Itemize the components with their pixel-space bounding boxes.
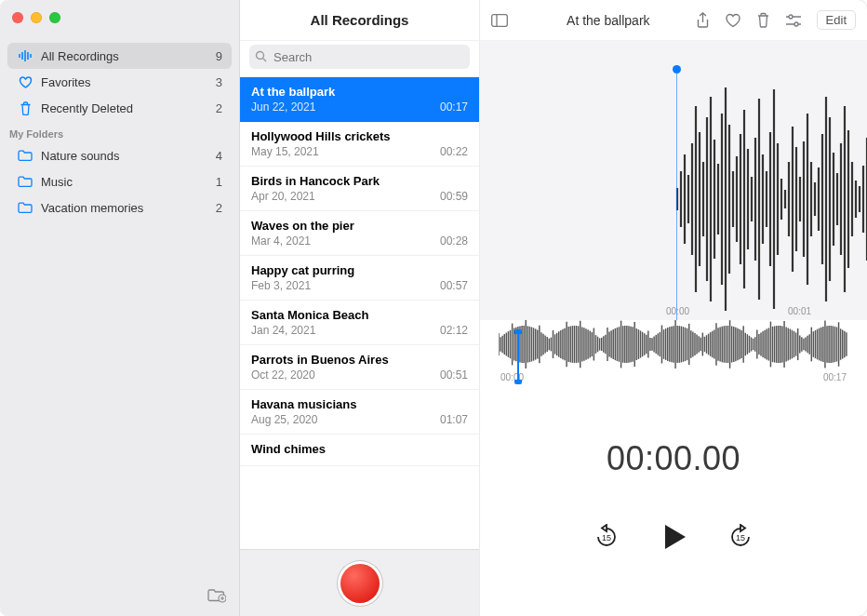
folder-icon — [17, 199, 33, 216]
sidebar-item-count: 3 — [216, 75, 222, 89]
detail-pane: At the ballpark Edit — [480, 0, 867, 616]
recording-item[interactable]: Santa Monica BeachJan 24, 202102:12 — [240, 301, 479, 345]
recording-item-date: Feb 3, 2021 — [251, 279, 311, 292]
sidebar-item[interactable]: Nature sounds4 — [7, 142, 232, 168]
recording-item-duration: 00:22 — [440, 145, 468, 158]
minimize-window-button[interactable] — [31, 12, 42, 23]
sidebar-item[interactable]: Vacation memories2 — [7, 194, 232, 221]
zoom-tick: 00:01 — [788, 306, 811, 316]
recording-item[interactable]: Happy cat purringFeb 3, 202100:57 — [240, 256, 479, 301]
recording-item[interactable]: Birds in Hancock ParkApr 20, 202100:59 — [240, 167, 479, 211]
playhead-mini[interactable] — [517, 331, 519, 382]
my-folders-heading: My Folders — [0, 121, 239, 142]
recordings-list: At the ballparkJun 22, 202100:17Hollywoo… — [240, 77, 479, 549]
recording-item-title: Birds in Hancock Park — [251, 174, 468, 188]
sidebar-item[interactable]: Favorites3 — [7, 69, 232, 95]
toggle-sidebar-icon[interactable] — [491, 14, 508, 27]
search-input[interactable] — [249, 45, 470, 69]
sidebar-item[interactable]: All Recordings9 — [7, 43, 232, 69]
overview-time-ruler: 00:00 00:17 — [499, 372, 848, 382]
recordings-column: All Recordings At the ballparkJun 22, 20… — [240, 0, 480, 616]
recording-item-title: Wind chimes — [251, 442, 468, 456]
recording-item[interactable]: Havana musiciansAug 25, 202001:07 — [240, 390, 479, 435]
sidebar-item-count: 2 — [216, 101, 222, 115]
sidebar-item-count: 9 — [216, 49, 222, 63]
sidebar-item-label: Nature sounds — [41, 149, 216, 163]
recording-item[interactable]: Parrots in Buenos AiresOct 22, 202000:51 — [240, 345, 479, 390]
recording-item[interactable]: Wind chimes — [240, 435, 479, 466]
recording-item[interactable]: Waves on the pierMar 4, 202100:28 — [240, 211, 479, 256]
recording-item-duration: 01:07 — [440, 413, 468, 426]
play-button[interactable] — [658, 521, 689, 553]
svg-point-13 — [794, 22, 798, 26]
waveform-overview[interactable]: 00:00 00:17 — [499, 320, 848, 413]
playback-controls: 15 15 — [480, 521, 867, 553]
skip-forward-button[interactable]: 15 — [728, 524, 753, 550]
heart-icon — [17, 74, 33, 90]
sidebar-item-label: Vacation memories — [41, 201, 216, 215]
toolbar: At the ballpark Edit — [480, 0, 867, 41]
svg-text:15: 15 — [602, 533, 611, 542]
sidebar-item-count: 2 — [216, 201, 222, 215]
skip-back-button[interactable]: 15 — [594, 524, 619, 550]
options-icon[interactable] — [785, 14, 802, 27]
recording-item-title: Happy cat purring — [251, 263, 468, 277]
recording-title: At the ballpark — [521, 13, 696, 28]
playhead[interactable] — [675, 65, 677, 320]
recording-item[interactable]: Hollywood Hills cricketsMay 15, 202100:2… — [240, 122, 479, 167]
recording-item-date: Jun 22, 2021 — [251, 100, 315, 114]
recording-item-duration: 02:12 — [440, 324, 468, 337]
trash-icon — [17, 100, 33, 116]
sidebar-item[interactable]: Music1 — [7, 168, 232, 194]
close-window-button[interactable] — [12, 12, 23, 23]
recording-item-duration: 00:51 — [440, 368, 468, 382]
zoom-tick: 00:00 — [666, 306, 689, 316]
waveform-zoom-graphic — [666, 69, 867, 320]
sidebar-item[interactable]: Recently Deleted2 — [7, 95, 232, 121]
sidebar-item-label: All Recordings — [41, 49, 216, 63]
recording-item-date: Oct 22, 2020 — [251, 368, 315, 382]
sidebar: All Recordings9Favorites3Recently Delete… — [0, 0, 240, 616]
svg-point-11 — [789, 15, 793, 19]
sidebar-item-label: Recently Deleted — [41, 101, 216, 115]
zoom-time-ruler: 00:00 00:01 00:02 — [666, 306, 867, 316]
favorite-icon[interactable] — [725, 13, 741, 28]
recording-item-title: Santa Monica Beach — [251, 308, 468, 322]
sidebar-item-label: Music — [41, 175, 216, 189]
share-icon[interactable] — [696, 12, 710, 29]
folder-icon — [17, 173, 33, 190]
waveform-overview-graphic — [499, 320, 848, 368]
recording-item-title: Hollywood Hills crickets — [251, 129, 468, 143]
record-button[interactable] — [340, 564, 380, 603]
zoom-window-button[interactable] — [49, 12, 60, 23]
svg-text:15: 15 — [736, 533, 745, 542]
new-folder-icon[interactable] — [207, 588, 226, 607]
sidebar-item-count: 1 — [216, 175, 222, 189]
recording-item-title: Parrots in Buenos Aires — [251, 353, 468, 367]
window-controls — [12, 12, 60, 23]
recording-item-duration: 00:57 — [440, 279, 468, 292]
recording-item-title: At the ballpark — [251, 85, 468, 99]
delete-icon[interactable] — [756, 12, 770, 28]
wave-icon — [17, 47, 33, 64]
edit-button[interactable]: Edit — [817, 10, 856, 30]
recording-item[interactable]: At the ballparkJun 22, 202100:17 — [240, 77, 479, 122]
overview-end: 00:17 — [823, 372, 847, 382]
recording-item-date: Aug 25, 2020 — [251, 413, 317, 426]
svg-rect-8 — [492, 14, 508, 26]
recording-item-date: Mar 4, 2021 — [251, 234, 311, 248]
sidebar-footer — [0, 579, 239, 616]
recording-item-title: Havana musicians — [251, 397, 468, 411]
recording-item-date: Jan 24, 2021 — [251, 324, 315, 337]
record-footer — [240, 549, 479, 616]
app-window: All Recordings9Favorites3Recently Delete… — [0, 0, 867, 616]
sidebar-item-label: Favorites — [41, 75, 216, 89]
recording-item-duration: 00:28 — [440, 234, 468, 248]
recordings-header: All Recordings — [240, 0, 479, 41]
recording-item-title: Waves on the pier — [251, 219, 468, 233]
timecode-display: 00:00.00 — [480, 439, 867, 478]
recording-item-duration: 00:17 — [440, 100, 468, 114]
recording-item-date: May 15, 2021 — [251, 145, 319, 158]
sidebar-item-count: 4 — [216, 149, 222, 163]
waveform-zoom[interactable]: 00:00 00:01 00:02 — [480, 41, 867, 320]
